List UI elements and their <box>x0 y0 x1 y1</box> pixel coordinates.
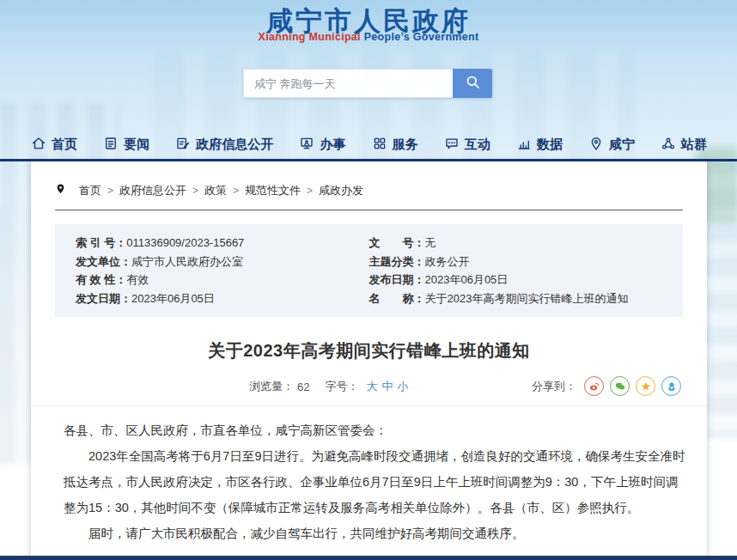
meta-row: 有 效 性：有效 <box>76 271 369 289</box>
breadcrumb-item[interactable]: 规范性文件 <box>245 183 301 198</box>
nav-item-news[interactable]: 要闻 <box>103 136 149 154</box>
pin-icon <box>588 136 604 154</box>
grid-icon <box>372 136 387 154</box>
nav-item-xianning[interactable]: 咸宁 <box>588 136 635 154</box>
site-subtitle: Xianning Municipal People’s Government <box>0 31 737 43</box>
footer-bar <box>0 556 737 560</box>
network-icon <box>661 136 676 154</box>
search-bar <box>243 69 492 98</box>
breadcrumb-item[interactable]: 咸政办发 <box>319 183 363 198</box>
nav-item-services[interactable]: 服务 <box>372 136 418 154</box>
fontsize-label: 字号： <box>325 379 358 394</box>
nav-item-label: 数据 <box>537 137 563 153</box>
nav-item-disclosure[interactable]: 政府信息公开 <box>175 136 273 154</box>
fontsize-option-大[interactable]: 大 <box>366 380 377 393</box>
nav-item-label: 互动 <box>465 137 490 153</box>
meta-row: 索 引 号：011336909/2023-15667 <box>76 234 369 253</box>
meta-label: 发文日期： <box>76 289 131 308</box>
meta-value: 政务公开 <box>425 253 470 271</box>
meta-label: 文 号： <box>369 234 425 253</box>
meta-label: 发布日期： <box>369 271 425 289</box>
breadcrumb-separator: > <box>233 185 239 197</box>
location-pin-icon <box>55 182 73 198</box>
fontsize-option-中[interactable]: 中 <box>381 380 393 393</box>
meta-value: 2023年06月05日 <box>425 271 509 289</box>
breadcrumb-separator: > <box>192 185 198 197</box>
wechat-share-icon[interactable] <box>610 376 630 396</box>
breadcrumb-item[interactable]: 首页 <box>79 183 101 198</box>
meta-row: 发文日期：2023年06月05日 <box>76 289 369 308</box>
article-body: 各县、市、区人民政府，市直各单位，咸宁高新区管委会：2023年全国高考将于6月7… <box>64 417 688 546</box>
nav-item-data[interactable]: 数据 <box>516 136 563 154</box>
meta-column-right: 文 号：无主题分类：政务公开发布日期：2023年06月05日名 称：关于2023… <box>369 234 663 307</box>
article-paragraph: 2023年全国高考将于6月7日至9日进行。为避免高峰时段交通拥堵，创造良好的交通… <box>64 443 688 520</box>
breadcrumb-separator: > <box>107 185 113 197</box>
views-fontsize-group: 浏览量： 62 字号： 大中小 <box>249 379 408 394</box>
article-title: 关于2023年高考期间实行错峰上班的通知 <box>31 339 707 362</box>
nav-item-label: 首页 <box>52 137 77 153</box>
nav-item-interact[interactable]: 互动 <box>444 136 490 154</box>
article-divider <box>31 405 707 406</box>
search-icon <box>465 74 481 93</box>
disclosure-icon <box>175 136 191 154</box>
meta-row: 主题分类：政务公开 <box>369 253 663 271</box>
share-label: 分享到： <box>532 379 576 394</box>
breadcrumb: 首页>政府信息公开>政策>规范性文件>咸政办发 <box>55 182 683 210</box>
site-subtitle-red: Xianning Municipal <box>259 31 361 43</box>
meta-value: 2023年06月05日 <box>131 289 215 308</box>
meta-row: 发文单位：咸宁市人民政府办公室 <box>76 253 369 271</box>
meta-value: 关于2023年高考期间实行错峰上班的通知 <box>425 289 629 308</box>
meta-value: 有效 <box>126 271 149 289</box>
document-meta-box: 索 引 号：011336909/2023-15667发文单位：咸宁市人民政府办公… <box>55 224 683 317</box>
views-label: 浏览量： <box>249 379 294 394</box>
meta-value: 无 <box>425 234 436 253</box>
fontsize-options: 大中小 <box>362 379 408 394</box>
breadcrumb-item[interactable]: 政策 <box>204 183 227 198</box>
nav-item-label: 服务 <box>393 137 418 153</box>
nav-item-sites[interactable]: 站群 <box>661 136 707 154</box>
news-icon <box>103 136 119 154</box>
article-paragraph: 各县、市、区人民政府，市直各单位，咸宁高新区管委会： <box>64 417 688 443</box>
meta-column-left: 索 引 号：011336909/2023-15667发文单位：咸宁市人民政府办公… <box>76 234 369 307</box>
meta-label: 有 效 性： <box>76 271 126 289</box>
nav-item-label: 办事 <box>320 137 345 153</box>
qzone-share-icon[interactable] <box>636 376 655 396</box>
qq-share-icon[interactable] <box>661 376 681 396</box>
home-icon <box>31 136 46 154</box>
article-meta-row: 浏览量： 62 字号： 大中小 分享到： <box>31 376 707 397</box>
nav-item-home[interactable]: 首页 <box>31 136 77 154</box>
meta-value: 011336909/2023-15667 <box>126 234 244 253</box>
meta-value: 咸宁市人民政府办公室 <box>131 253 243 271</box>
nav-item-label: 咸宁 <box>609 137 635 153</box>
weibo-share-icon[interactable] <box>584 376 604 396</box>
search-button[interactable] <box>453 69 492 98</box>
nav-item-label: 政府信息公开 <box>196 137 273 153</box>
page: 咸宁市人民政府 Xianning Municipal People’s Gove… <box>0 0 737 560</box>
meta-label: 名 称： <box>369 289 425 308</box>
breadcrumb-separator: > <box>307 185 313 197</box>
meta-label: 发文单位： <box>76 253 131 271</box>
nav-item-label: 要闻 <box>124 137 149 153</box>
breadcrumb-item[interactable]: 政府信息公开 <box>119 183 186 198</box>
article-paragraph: 届时，请广大市民积极配合，减少自驾车出行，共同维护好高考期间交通秩序。 <box>64 520 688 546</box>
nav-item-affairs[interactable]: 办事 <box>299 136 345 154</box>
views-count: 62 <box>297 380 309 393</box>
meta-row: 名 称：关于2023年高考期间实行错峰上班的通知 <box>369 289 663 308</box>
nav-item-label: 站群 <box>681 137 707 153</box>
fontsize-option-小[interactable]: 小 <box>397 380 408 393</box>
meta-row: 文 号：无 <box>369 234 663 253</box>
meta-label: 索 引 号： <box>76 234 126 253</box>
monitor-icon <box>299 136 314 154</box>
chat-icon <box>444 136 460 154</box>
main-nav: 首页要闻政府信息公开办事服务互动数据咸宁站群 <box>31 131 707 159</box>
content-card: 首页>政府信息公开>政策>规范性文件>咸政办发 索 引 号：011336909/… <box>31 161 707 560</box>
share-group: 分享到： <box>532 376 681 396</box>
search-input[interactable] <box>243 69 453 98</box>
chart-icon <box>516 136 532 154</box>
meta-label: 主题分类： <box>369 253 425 271</box>
meta-row: 发布日期：2023年06月05日 <box>369 271 663 289</box>
site-subtitle-blue: People’s Government <box>361 31 479 43</box>
